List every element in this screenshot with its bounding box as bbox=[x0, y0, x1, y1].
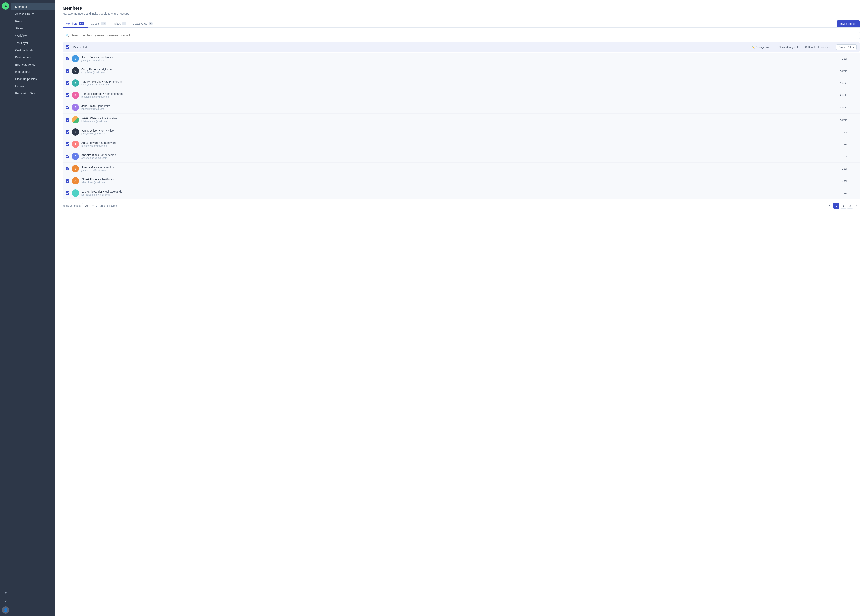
sidebar-item-license[interactable]: License bbox=[11, 83, 55, 90]
bulk-selected-count: 25 selected bbox=[73, 46, 747, 49]
member-info: Kathryn Murphy • kathrynmurphy kathrynmu… bbox=[82, 80, 833, 86]
member-checkbox-8[interactable] bbox=[66, 155, 69, 158]
global-role-dropdown[interactable]: Global Role ▾ bbox=[836, 44, 857, 50]
sidebar-item-error-categories[interactable]: Error categories bbox=[11, 61, 55, 68]
items-per-page: Items per page: 25 50 100 1 – 25 of 64 i… bbox=[63, 203, 117, 208]
member-name: Annette Black • annetteblack bbox=[82, 153, 833, 157]
member-checkbox-0[interactable] bbox=[66, 57, 69, 60]
tab-label-deactivated: Deactivated bbox=[132, 22, 148, 25]
member-checkbox-10[interactable] bbox=[66, 179, 69, 183]
member-email: kristinwatson@mail.com bbox=[82, 120, 833, 123]
table-row: C Cody Fisher • codyfisher codyfisher@ma… bbox=[63, 65, 860, 77]
member-role: User bbox=[835, 167, 847, 170]
member-email: codyfisher@mail.com bbox=[82, 71, 833, 74]
sidebar-item-test-layer[interactable]: Test Layer bbox=[11, 39, 55, 47]
member-checkbox-9[interactable] bbox=[66, 167, 69, 170]
next-page-button[interactable]: › bbox=[854, 203, 860, 209]
select-all-checkbox[interactable] bbox=[66, 45, 69, 49]
edit-icon: ✏️ bbox=[751, 46, 755, 49]
sidebar-item-access-groups[interactable]: Access Groups bbox=[11, 10, 55, 18]
page-nav: ‹ 1 2 3 › bbox=[826, 203, 860, 209]
search-icon: 🔍 bbox=[66, 33, 69, 37]
tab-members[interactable]: Members 64 bbox=[63, 20, 88, 28]
avatar: R bbox=[72, 92, 79, 99]
per-page-select[interactable]: 25 50 100 bbox=[82, 203, 94, 208]
tab-guests[interactable]: Guests 17 bbox=[88, 20, 110, 28]
member-checkbox-6[interactable] bbox=[66, 130, 69, 134]
page-3-button[interactable]: 3 bbox=[847, 203, 853, 209]
sidebar-item-status[interactable]: Status bbox=[11, 25, 55, 32]
change-role-button[interactable]: ✏️ Change role bbox=[750, 45, 771, 49]
page-2-button[interactable]: 2 bbox=[840, 203, 846, 209]
search-input[interactable] bbox=[71, 34, 857, 37]
member-more-button[interactable]: ··· bbox=[851, 81, 857, 86]
member-more-button[interactable]: ··· bbox=[851, 191, 857, 196]
member-more-button[interactable]: ··· bbox=[851, 142, 857, 147]
member-more-button[interactable]: ··· bbox=[851, 93, 857, 98]
tab-label-members: Members bbox=[66, 22, 77, 25]
member-checkbox-11[interactable] bbox=[66, 191, 69, 195]
tab-badge-guests: 17 bbox=[101, 22, 106, 25]
member-info: Ronald Richards • ronaldrichards ronaldr… bbox=[82, 92, 833, 98]
member-name: Albert Flores • albertflores bbox=[82, 178, 833, 181]
deactivate-accounts-button[interactable]: ⊠ Deactivate accounts bbox=[803, 45, 833, 49]
member-name: Jenny Wilson • jennywilson bbox=[82, 129, 833, 132]
table-row: A Annette Black • annetteblack annettebl… bbox=[63, 150, 860, 163]
invite-people-button[interactable]: Invite people bbox=[837, 20, 860, 27]
table-row: A Anna Howard • annahoward annahoward@ma… bbox=[63, 138, 860, 150]
avatar: L bbox=[72, 190, 79, 197]
avatar: A bbox=[72, 153, 79, 160]
sidebar-item-roles[interactable]: Roles bbox=[11, 18, 55, 25]
sidebar: MembersAccess GroupsRolesStatusWorkflowT… bbox=[11, 0, 55, 616]
member-more-button[interactable]: ··· bbox=[851, 68, 857, 73]
member-more-button[interactable]: ··· bbox=[851, 178, 857, 184]
sidebar-item-permission-sets[interactable]: Permission Sets bbox=[11, 90, 55, 97]
member-name: Leslie Alexander • lesliealexander bbox=[82, 190, 833, 193]
member-role: User bbox=[835, 130, 847, 134]
table-row: J Jacob Jones • jacobjones jacobjones@ma… bbox=[63, 53, 860, 65]
member-name: Cody Fisher • codyfisher bbox=[82, 68, 833, 71]
add-button[interactable]: ＋ bbox=[2, 589, 9, 596]
member-role: User bbox=[835, 57, 847, 60]
convert-to-guests-button[interactable]: ↪ Convert to guests bbox=[774, 45, 801, 49]
member-more-button[interactable]: ··· bbox=[851, 56, 857, 61]
member-more-button[interactable]: ··· bbox=[851, 166, 857, 171]
sidebar-item-workflow[interactable]: Workflow bbox=[11, 32, 55, 39]
member-name: Kristin Watson • kristinwatson bbox=[82, 117, 833, 120]
page-1-button[interactable]: 1 bbox=[833, 203, 839, 209]
member-role: Admin bbox=[835, 82, 847, 85]
table-row: J Jenny Wilson • jennywilson jennywilson… bbox=[63, 126, 860, 138]
sidebar-item-integrations[interactable]: Integrations bbox=[11, 68, 55, 75]
member-checkbox-1[interactable] bbox=[66, 69, 69, 72]
user-avatar-button[interactable]: 👤 bbox=[2, 607, 9, 614]
prev-page-button[interactable]: ‹ bbox=[826, 203, 832, 209]
sidebar-item-clean-up-policies[interactable]: Clean up policies bbox=[11, 75, 55, 83]
table-row: J James Miles • jamesmiles jamesmiles@ma… bbox=[63, 163, 860, 175]
tabs-bar: Members 64Guests 17Invites 1Deactivated … bbox=[63, 20, 860, 28]
member-more-button[interactable]: ··· bbox=[851, 105, 857, 110]
sidebar-item-custom-fields[interactable]: Custom Fields bbox=[11, 47, 55, 54]
member-checkbox-2[interactable] bbox=[66, 81, 69, 85]
help-button[interactable]: ？ bbox=[2, 597, 9, 605]
member-role: User bbox=[835, 155, 847, 158]
member-checkbox-7[interactable] bbox=[66, 142, 69, 146]
member-info: Jenny Wilson • jennywilson jennywilson@m… bbox=[82, 129, 833, 135]
member-checkbox-5[interactable] bbox=[66, 118, 69, 121]
member-more-button[interactable]: ··· bbox=[851, 154, 857, 159]
member-list: J Jacob Jones • jacobjones jacobjones@ma… bbox=[63, 53, 860, 199]
sidebar-item-members[interactable]: Members bbox=[11, 3, 55, 10]
member-email: jennywilson@mail.com bbox=[82, 132, 833, 135]
member-info: James Miles • jamesmiles jamesmiles@mail… bbox=[82, 166, 833, 172]
member-more-button[interactable]: ··· bbox=[851, 117, 857, 122]
avatar bbox=[72, 116, 79, 123]
member-checkbox-3[interactable] bbox=[66, 93, 69, 97]
tab-deactivated[interactable]: Deactivated 8 bbox=[129, 20, 156, 28]
main-content: Members Manage members and invite people… bbox=[55, 0, 867, 616]
tab-invites[interactable]: Invites 1 bbox=[109, 20, 129, 28]
member-name: Ronald Richards • ronaldrichards bbox=[82, 92, 833, 96]
sidebar-item-environment[interactable]: Environment bbox=[11, 54, 55, 61]
avatar: J bbox=[72, 55, 79, 62]
table-row: L Leslie Alexander • lesliealexander les… bbox=[63, 187, 860, 199]
member-more-button[interactable]: ··· bbox=[851, 130, 857, 135]
member-checkbox-4[interactable] bbox=[66, 106, 69, 109]
